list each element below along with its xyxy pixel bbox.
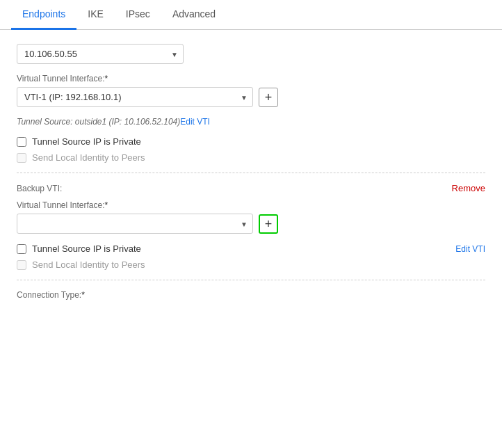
backup-send-local-identity-label: Send Local Identity to Peers (32, 259, 145, 270)
connection-type-group: Connection Type: (17, 290, 485, 300)
content-area: 10.106.50.55 ▼ Virtual Tunnel Interface:… (0, 30, 502, 323)
backup-edit-vti-link[interactable]: Edit VTI (455, 244, 485, 254)
primary-tunnel-source-private-label: Tunnel Source IP is Private (32, 136, 141, 147)
divider-2 (17, 280, 485, 280)
divider-1 (17, 173, 485, 173)
backup-vti-remove-link[interactable]: Remove (452, 183, 485, 193)
tab-ipsec[interactable]: IPsec (115, 0, 161, 30)
primary-tunnel-source-private-row: Tunnel Source IP is Private (17, 136, 485, 147)
primary-vti-row: VTI-1 (IP: 192.168.10.1) ▼ + (17, 87, 485, 107)
backup-vti-interface-label: Virtual Tunnel Interface: (17, 200, 485, 210)
primary-vti-select-wrapper: VTI-1 (IP: 192.168.10.1) ▼ (17, 87, 253, 107)
tunnel-source-text: Tunnel Source: outside1 (IP: 10.106.52.1… (17, 117, 180, 127)
tab-advanced[interactable]: Advanced (161, 0, 227, 30)
primary-send-local-identity-label: Send Local Identity to Peers (32, 152, 145, 163)
backup-vti-header: Backup VTI: Remove (17, 183, 485, 193)
backup-vti-select-wrapper: ▼ (17, 214, 253, 234)
backup-send-local-identity-row: Send Local Identity to Peers (17, 259, 485, 270)
primary-send-local-identity-checkbox[interactable] (17, 153, 26, 163)
backup-vti-add-button[interactable]: + (259, 214, 278, 234)
tunnel-source-info: Tunnel Source: outside1 (IP: 10.106.52.1… (17, 117, 485, 127)
primary-vti-add-button[interactable]: + (259, 88, 278, 107)
backup-vti-select[interactable] (17, 214, 253, 234)
primary-vti-select[interactable]: VTI-1 (IP: 192.168.10.1) (17, 87, 253, 107)
backup-vti-label: Backup VTI: (17, 184, 62, 193)
primary-send-local-identity-row: Send Local Identity to Peers (17, 152, 485, 163)
tab-bar: Endpoints IKE IPsec Advanced (0, 0, 502, 30)
connection-type-label: Connection Type: (17, 290, 485, 300)
backup-tunnel-source-private-label: Tunnel Source IP is Private (32, 243, 141, 254)
tab-endpoints[interactable]: Endpoints (11, 0, 76, 30)
primary-ip-select[interactable]: 10.106.50.55 (17, 44, 184, 64)
primary-edit-vti-link[interactable]: Edit VTI (180, 117, 210, 127)
backup-tunnel-source-private-checkbox[interactable] (17, 244, 26, 254)
primary-ip-row: 10.106.50.55 ▼ (17, 44, 485, 64)
primary-vti-group: Virtual Tunnel Interface: VTI-1 (IP: 192… (17, 74, 485, 107)
backup-send-local-identity-checkbox[interactable] (17, 260, 26, 270)
primary-tunnel-source-private-checkbox[interactable] (17, 137, 26, 147)
backup-vti-row: ▼ + (17, 214, 485, 234)
tab-ike[interactable]: IKE (76, 0, 115, 30)
primary-vti-label: Virtual Tunnel Interface: (17, 74, 485, 83)
primary-ip-group: 10.106.50.55 ▼ (17, 44, 485, 64)
primary-ip-select-wrapper: 10.106.50.55 ▼ (17, 44, 184, 64)
backup-tunnel-source-private-row: Tunnel Source IP is Private Edit VTI (17, 243, 485, 254)
backup-vti-section: Backup VTI: Remove Virtual Tunnel Interf… (17, 183, 485, 300)
backup-vti-group: Virtual Tunnel Interface: ▼ + (17, 200, 485, 234)
